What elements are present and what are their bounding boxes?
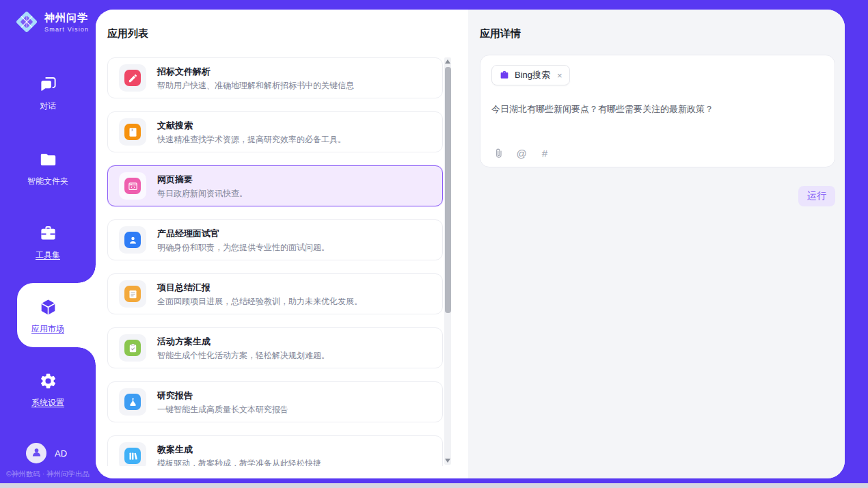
chat-icon — [39, 75, 57, 94]
sidebar-item-4[interactable]: 系统设置 — [0, 372, 96, 409]
app-title: 项目总结汇报 — [157, 283, 362, 292]
app-list-item[interactable]: 招标文件解析 帮助用户快速、准确地理解和解析招标书中的关键信息 — [107, 57, 443, 98]
books-icon — [124, 448, 141, 464]
sidebar-item-label: 系统设置 — [0, 397, 96, 409]
app-detail-title: 应用详情 — [480, 27, 521, 40]
app-desc: 明确身份和职责，为您提供专业性的面试问题。 — [157, 243, 329, 252]
sidebar-item-2[interactable]: 工具集 — [0, 224, 96, 261]
app-desc: 智能生成个性化活动方案，轻松解决规划难题。 — [157, 351, 329, 360]
active-nav-bubble-notch-top — [78, 265, 96, 283]
input-toolbar: @ # — [492, 147, 551, 159]
app-list-item[interactable]: 产品经理面试官 明确身份和职责，为您提供专业性的面试问题。 — [107, 219, 443, 260]
tool-chip-bing-search[interactable]: Bing搜索 × — [491, 65, 570, 85]
gear-icon — [39, 372, 57, 390]
app-list: 招标文件解析 帮助用户快速、准确地理解和解析招标书中的关键信息 文献搜索 快速精… — [107, 57, 443, 466]
toolbox-icon — [39, 224, 57, 243]
brand-name: 神州问学 — [44, 12, 89, 25]
scrollbar-thumb[interactable] — [445, 67, 451, 313]
prompt-text[interactable]: 今日湖北有哪些新闻要点？有哪些需要关注的最新政策？ — [491, 103, 824, 116]
app-list-item[interactable]: 网页摘要 每日政府新闻资讯快查。 — [107, 165, 443, 206]
run-row: 运行 — [798, 186, 835, 206]
app-list-item[interactable]: 研究报告 一键智能生成高质量长文本研究报告 — [107, 381, 443, 422]
app-desc: 快速精准查找学术资源，提高研究效率的必备工具。 — [157, 135, 346, 144]
app-desc: 帮助用户快速、准确地理解和解析招标书中的关键信息 — [157, 81, 354, 90]
app-desc: 全面回顾项目进展，总结经验教训，助力未来优化发展。 — [157, 297, 362, 306]
active-nav-bubble-notch-bottom — [78, 347, 96, 365]
app-title: 活动方案生成 — [157, 337, 329, 346]
scroll-down-icon[interactable] — [445, 459, 450, 463]
sidebar-item-label: 应用市场 — [0, 323, 96, 335]
sidebar-item-label: 工具集 — [0, 249, 96, 261]
app-desc: 模板驱动，教案秒成，教学准备从此轻松快捷 — [157, 459, 321, 467]
brand-subtitle: Smart Vision — [44, 26, 89, 33]
user-profile[interactable]: AD — [26, 443, 67, 463]
app-list-item[interactable]: 项目总结汇报 全面回顾项目进展，总结经验教训，助力未来优化发展。 — [107, 273, 443, 314]
app-desc: 一键智能生成高质量长文本研究报告 — [157, 405, 288, 414]
app-list-item[interactable]: 文献搜索 快速精准查找学术资源，提高研究效率的必备工具。 — [107, 111, 443, 152]
main-panel: 应用列表 招标文件解析 帮助用户快速、准确地理解和解析招标书中的关键信息 文献搜… — [96, 10, 845, 478]
user-name: AD — [55, 448, 67, 459]
at-icon[interactable]: @ — [515, 147, 528, 159]
note-icon — [124, 286, 141, 302]
app-title: 研究报告 — [157, 391, 288, 400]
app-window: 神州问学 Smart Vision 对话 智能文件夹 工具集 应用市场 系统设置… — [0, 0, 868, 488]
sidebar-item-3[interactable]: 应用市场 — [0, 298, 96, 335]
avatar[interactable] — [26, 443, 46, 463]
tool-chip-label: Bing搜索 — [515, 69, 550, 81]
flask-icon — [124, 394, 141, 410]
app-list-pane: 应用列表 招标文件解析 帮助用户快速、准确地理解和解析招标书中的关键信息 文献搜… — [96, 10, 468, 478]
scroll-up-icon[interactable] — [445, 59, 450, 64]
brand-logo-icon — [14, 9, 40, 35]
app-title: 网页摘要 — [157, 175, 247, 184]
sidebar: 神州问学 Smart Vision 对话 智能文件夹 工具集 应用市场 系统设置… — [0, 0, 96, 488]
sidebar-item-label: 对话 — [0, 100, 96, 112]
cube-icon — [39, 298, 57, 316]
user-icon — [31, 446, 42, 461]
sidebar-item-label: 智能文件夹 — [0, 176, 96, 187]
copyright-text: ©神州数码 · 神州问学出品 — [6, 470, 90, 479]
app-title: 教案生成 — [157, 445, 321, 454]
brand-logo: 神州问学 Smart Vision — [14, 9, 89, 35]
app-list-scrollbar[interactable] — [444, 57, 451, 465]
sidebar-item-0[interactable]: 对话 — [0, 75, 96, 112]
briefcase-icon — [499, 70, 510, 81]
app-list-title: 应用列表 — [107, 27, 148, 40]
app-detail-pane: 应用详情 Bing搜索 × 今日湖北有哪些新闻要点？有哪些需要关注的最新政策？ … — [468, 10, 845, 478]
prompt-card[interactable]: Bing搜索 × 今日湖北有哪些新闻要点？有哪些需要关注的最新政策？ @ # — [480, 55, 835, 167]
person-icon — [124, 232, 141, 248]
brand-text: 神州问学 Smart Vision — [44, 12, 89, 33]
app-title: 招标文件解析 — [157, 67, 354, 76]
paperclip-icon[interactable] — [492, 147, 504, 159]
chip-close-icon[interactable]: × — [557, 70, 562, 81]
taskbar-strip — [0, 483, 868, 488]
clipboard-check-icon — [124, 340, 141, 356]
book-icon — [124, 124, 141, 140]
app-list-item[interactable]: 教案生成 模板驱动，教案秒成，教学准备从此轻松快捷 — [107, 435, 443, 466]
app-list-item[interactable]: 活动方案生成 智能生成个性化活动方案，轻松解决规划难题。 — [107, 327, 443, 368]
pencil-icon — [124, 70, 141, 86]
folder-icon — [39, 150, 57, 169]
app-title: 产品经理面试官 — [157, 229, 329, 238]
browser-code-icon — [124, 178, 141, 194]
hash-icon[interactable]: # — [539, 147, 551, 159]
app-desc: 每日政府新闻资讯快查。 — [157, 189, 247, 198]
run-button[interactable]: 运行 — [798, 186, 835, 206]
sidebar-item-1[interactable]: 智能文件夹 — [0, 150, 96, 187]
app-title: 文献搜索 — [157, 121, 346, 130]
